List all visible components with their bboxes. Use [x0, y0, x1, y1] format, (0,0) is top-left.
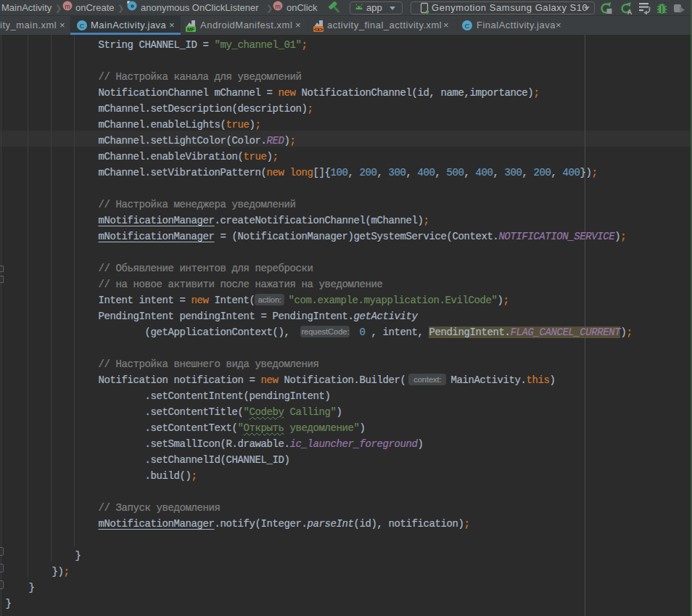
svg-text:MF: MF: [187, 27, 195, 32]
svg-text:C: C: [80, 22, 85, 30]
svg-text:m: m: [275, 3, 281, 10]
svg-text:<x>: <x>: [314, 27, 323, 32]
svg-text:m: m: [65, 3, 70, 10]
svg-text:A: A: [627, 9, 633, 15]
svg-text:C: C: [465, 22, 470, 30]
